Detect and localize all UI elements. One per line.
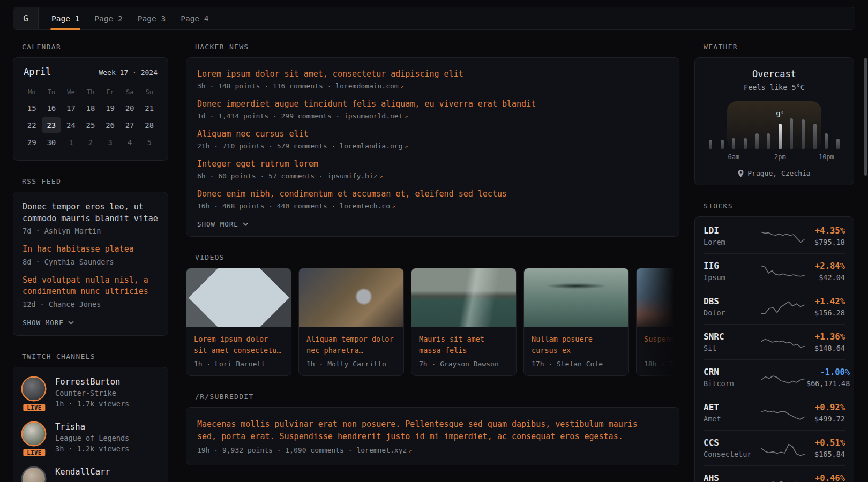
calendar-day: 28 xyxy=(140,117,159,133)
video-title-link[interactable]: Suspendisse diam xyxy=(644,334,679,356)
tab-page-4[interactable]: Page 4 xyxy=(173,7,216,29)
tab-page-3[interactable]: Page 3 xyxy=(130,7,173,29)
calendar-day-next-month: 2 xyxy=(81,134,100,150)
stock-price: $499.72 xyxy=(806,415,845,424)
external-link-icon[interactable]: ↗ xyxy=(408,447,412,454)
rss-show-more-button[interactable]: SHOW MORE xyxy=(23,319,74,327)
video-card[interactable]: Suspendisse diam 18h · Tara xyxy=(636,268,679,376)
twitch-channel-row[interactable]: KendallCarr xyxy=(23,467,159,482)
calendar-widget: April Week 17 · 2024 Mo Tu We Th Fr Sa S… xyxy=(13,57,168,161)
subreddit-post-meta: 19h · 9,932 points · 1,090 comments · lo… xyxy=(197,446,668,454)
temp-bar xyxy=(721,140,724,149)
tab-page-1[interactable]: Page 1 xyxy=(44,7,87,29)
video-thumbnail xyxy=(637,268,679,327)
external-link-icon[interactable]: ↗ xyxy=(392,202,395,210)
app-logo: G xyxy=(13,7,39,29)
weather-location-label: Prague, Czechia xyxy=(747,169,810,177)
channel-avatar-wrap xyxy=(23,467,46,482)
temp-bar xyxy=(744,138,747,149)
external-link-icon[interactable]: ↗ xyxy=(405,112,408,120)
video-card[interactable]: Mauris sit amet massa felis 7h · Grayson… xyxy=(411,268,517,376)
video-card[interactable]: Nullam posuere cursus ex 17h · Stefan Co… xyxy=(523,268,629,376)
video-title-link[interactable]: Nullam posuere cursus ex xyxy=(532,334,621,356)
weekday-label: Sa xyxy=(120,85,140,99)
external-link-icon[interactable]: ↗ xyxy=(400,82,404,90)
stock-sparkline xyxy=(760,333,805,352)
stock-ticker: DBS xyxy=(704,296,760,306)
weekday-label: Mo xyxy=(22,85,42,99)
video-card[interactable]: Aliquam tempor dolor nec pharetra… 1h · … xyxy=(298,268,404,376)
subreddit-post: Maecenas mollis pulvinar erat non posuer… xyxy=(197,418,668,454)
video-card[interactable]: Lorem ipsum dolor sit amet consectetu… 1… xyxy=(186,268,291,376)
stocks-section-title: STOCKS xyxy=(694,202,854,210)
hn-item-link[interactable]: Aliquam nec cursus elit xyxy=(197,129,668,140)
stocks-widget: LDILorem +4.35%$795.18 IIGIpsum +2.84%$4… xyxy=(694,216,854,482)
twitch-channel-row[interactable]: LIVE ForrestBurton Counter-Strike 1h · 1… xyxy=(23,377,159,408)
stock-ticker: SNRC xyxy=(704,332,760,342)
hn-item-link[interactable]: Integer eget rutrum lorem xyxy=(197,159,668,170)
rss-section-title: RSS FEED xyxy=(13,177,168,185)
hn-item-link[interactable]: Donec imperdiet augue tincidunt felis al… xyxy=(197,99,668,110)
live-badge: LIVE xyxy=(22,448,46,457)
stock-name: Sit xyxy=(704,344,760,353)
hn-item-link[interactable]: Donec enim nibh, condimentum et accumsan… xyxy=(197,189,668,200)
video-title-link[interactable]: Aliquam tempor dolor nec pharetra… xyxy=(306,334,396,356)
stock-row[interactable]: SNRCSit +1.36%$148.64 xyxy=(704,325,845,360)
temp-bar xyxy=(732,138,735,149)
stock-row[interactable]: CRNBitcorn -1.00%$66,171.48 xyxy=(704,360,845,395)
stock-row[interactable]: AETAmet +0.92%$499.72 xyxy=(704,395,845,431)
page-scrollbar[interactable] xyxy=(864,58,867,176)
rss-item-link[interactable]: Donec tempor eros leo, ut commodo mauris… xyxy=(23,201,159,224)
rss-item: Donec tempor eros leo, ut commodo mauris… xyxy=(23,201,159,235)
hackernews-widget: Lorem ipsum dolor sit amet, consectetur … xyxy=(186,57,679,237)
stock-sparkline xyxy=(760,227,805,246)
stock-row[interactable]: AHS +0.46% xyxy=(704,466,845,482)
subreddit-post-link[interactable]: Maecenas mollis pulvinar erat non posuer… xyxy=(197,418,658,443)
stock-price: $42.04 xyxy=(806,273,845,282)
calendar-day-selected: 23 xyxy=(42,117,61,133)
left-column: CALENDAR April Week 17 · 2024 Mo Tu We T… xyxy=(13,43,168,482)
hn-item-meta: 1d · 1,414 points · 299 comments · ipsum… xyxy=(197,112,668,120)
calendar-day: 27 xyxy=(120,117,139,133)
temp-bar xyxy=(813,124,817,149)
show-more-label: SHOW MORE xyxy=(23,319,64,327)
time-label: 6am xyxy=(728,153,739,161)
tab-page-2[interactable]: Page 2 xyxy=(87,7,130,29)
location-pin-icon xyxy=(738,170,744,177)
stock-row[interactable]: LDILorem +4.35%$795.18 xyxy=(704,219,845,254)
hn-show-more-button[interactable]: SHOW MORE xyxy=(197,220,249,228)
stock-row[interactable]: IIGIpsum +2.84%$42.04 xyxy=(704,254,845,289)
stock-price: $66,171.48 xyxy=(806,379,850,388)
channel-avatar-wrap: LIVE xyxy=(23,422,46,453)
stock-name: Bitcorn xyxy=(704,379,760,388)
twitch-channel-row[interactable]: LIVE Trisha League of Legends 3h · 1.2k … xyxy=(23,422,159,453)
hn-item-link[interactable]: Lorem ipsum dolor sit amet, consectetur … xyxy=(197,69,668,80)
calendar-week-label: Week 17 · 2024 xyxy=(99,69,158,77)
stock-ticker: AET xyxy=(704,402,760,412)
stock-sparkline xyxy=(760,439,805,458)
hn-item-meta: 16h · 468 points · 440 comments · loremt… xyxy=(197,202,668,210)
stock-price: $165.84 xyxy=(806,450,845,459)
top-navbar: G Page 1 Page 2 Page 3 Page 4 xyxy=(13,7,855,30)
video-title-link[interactable]: Lorem ipsum dolor sit amet consectetu… xyxy=(194,334,283,356)
channel-name: ForrestBurton xyxy=(55,377,129,387)
rss-item-link[interactable]: Sed volutpat nulla nisl, a condimentum n… xyxy=(23,275,159,298)
video-title-link[interactable]: Mauris sit amet massa felis xyxy=(419,334,508,356)
stock-sparkline xyxy=(760,262,805,281)
stock-row[interactable]: CCSConsectetur +0.51%$165.84 xyxy=(704,431,845,466)
hn-item: Donec imperdiet augue tincidunt felis al… xyxy=(197,99,668,120)
current-temp-label: 9° xyxy=(776,110,784,119)
weekday-label: We xyxy=(61,85,81,99)
hn-item: Donec enim nibh, condimentum et accumsan… xyxy=(197,189,668,210)
videos-carousel: Lorem ipsum dolor sit amet consectetu… 1… xyxy=(186,268,679,376)
external-link-icon[interactable]: ↗ xyxy=(379,172,383,180)
calendar-day: 25 xyxy=(81,117,100,133)
stock-ticker: LDI xyxy=(704,225,760,236)
weekday-label: Tu xyxy=(42,85,62,99)
external-link-icon[interactable]: ↗ xyxy=(405,142,408,150)
weather-temp-chart: 9° xyxy=(709,101,840,149)
hackernews-section: HACKER NEWS Lorem ipsum dolor sit amet, … xyxy=(186,43,679,237)
stock-row[interactable]: DBSDolor +1.42%$156.28 xyxy=(704,289,845,325)
rss-item-link[interactable]: In hac habitasse platea xyxy=(23,244,159,255)
chevron-down-icon xyxy=(243,222,249,226)
